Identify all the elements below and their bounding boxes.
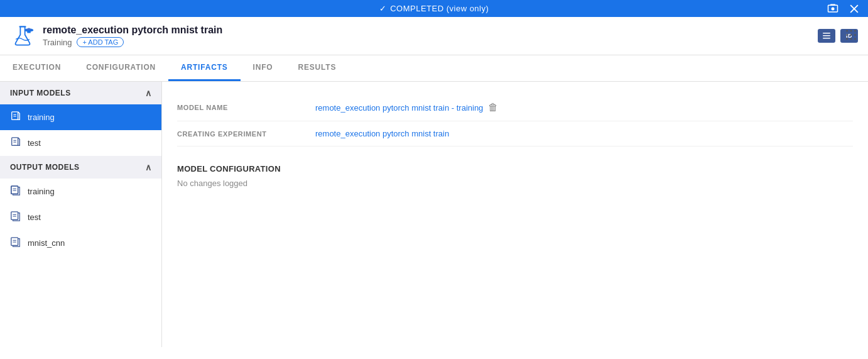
creating-experiment-link[interactable]: remote_execution pytorch mnist train — [315, 129, 449, 138]
svg-rect-7 — [27, 30, 30, 33]
input-models-section-header[interactable]: INPUT MODELS ∧ — [0, 82, 161, 104]
check-icon: ✓ — [379, 4, 387, 13]
svg-rect-10 — [823, 35, 830, 36]
no-changes-text: No changes logged — [177, 179, 853, 188]
tab-info[interactable]: INFO — [241, 55, 286, 81]
svg-point-16 — [850, 34, 852, 36]
svg-rect-1 — [830, 4, 835, 5]
header-title-area: remote_execution pytorch mnist train Tra… — [43, 25, 810, 47]
tab-configuration[interactable]: CONFIGURATION — [73, 55, 168, 81]
logo-icon — [10, 23, 35, 48]
top-right-icons — [827, 3, 860, 15]
model-name-value: remote_execution pytorch mnist train - t… — [315, 102, 498, 113]
output-models-section-header[interactable]: OUTPUT MODELS ∧ — [0, 156, 161, 179]
svg-rect-9 — [823, 33, 830, 34]
svg-point-20 — [854, 38, 856, 40]
model-name-delete-icon[interactable]: 🗑 — [488, 102, 498, 113]
hamburger-menu-button[interactable] — [844, 28, 858, 44]
model-name-field-row: MODEL NAME remote_execution pytorch mnis… — [177, 94, 853, 121]
output-mnist-cnn-label: mnist_cnn — [28, 238, 65, 248]
app-logo — [10, 23, 35, 48]
svg-rect-11 — [823, 38, 830, 39]
input-test-icon — [10, 136, 21, 150]
input-test-label: test — [28, 138, 41, 148]
list-icon-button[interactable] — [818, 29, 835, 43]
svg-point-17 — [854, 34, 856, 36]
sidebar: INPUT MODELS ∧ training — [0, 82, 162, 347]
svg-point-18 — [846, 38, 848, 40]
model-name-label: MODEL NAME — [177, 104, 315, 111]
sidebar-item-output-training[interactable]: training — [0, 179, 161, 204]
svg-point-13 — [850, 30, 852, 32]
add-tag-button[interactable]: + ADD TAG — [77, 37, 124, 47]
header-subtitle: Training + ADD TAG — [43, 37, 810, 47]
model-name-link[interactable]: remote_execution pytorch mnist train - t… — [315, 103, 483, 113]
sidebar-item-output-mnist-cnn[interactable]: mnist_cnn — [0, 230, 161, 256]
model-configuration-section: MODEL CONFIGURATION No changes logged — [177, 164, 853, 188]
creating-experiment-value: remote_execution pytorch mnist train — [315, 129, 449, 138]
input-models-chevron: ∧ — [145, 88, 152, 98]
creating-experiment-label: CREATING EXPERIMENT — [177, 130, 315, 138]
tab-results[interactable]: RESULTS — [285, 55, 349, 81]
tab-artifacts[interactable]: ARTIFACTS — [168, 55, 241, 81]
output-mnist-cnn-icon — [10, 236, 21, 250]
main-layout: INPUT MODELS ∧ training — [0, 82, 868, 347]
svg-point-19 — [850, 38, 852, 40]
header: remote_execution pytorch mnist train Tra… — [0, 17, 868, 55]
close-icon[interactable] — [848, 3, 860, 15]
svg-rect-28 — [11, 186, 18, 194]
output-models-label: OUTPUT MODELS — [10, 163, 80, 172]
svg-point-12 — [846, 30, 848, 32]
svg-rect-27 — [11, 186, 18, 194]
sidebar-item-input-test[interactable]: test — [0, 130, 161, 156]
experiment-title: remote_execution pytorch mnist train — [43, 25, 810, 36]
output-training-icon — [10, 185, 21, 198]
output-test-icon — [10, 211, 21, 224]
screenshot-icon[interactable] — [827, 3, 839, 15]
svg-rect-24 — [12, 138, 18, 146]
sidebar-item-input-training[interactable]: training — [0, 104, 161, 130]
input-training-label: training — [28, 113, 55, 122]
input-training-icon — [10, 111, 21, 124]
tab-bar: EXECUTION CONFIGURATION ARTIFACTS INFO R… — [0, 55, 868, 82]
svg-point-2 — [832, 7, 835, 10]
status-bar: ✓ COMPLETED (view only) — [0, 0, 868, 17]
svg-point-15 — [846, 34, 848, 36]
svg-point-14 — [854, 30, 856, 32]
content-area: MODEL NAME remote_execution pytorch mnis… — [162, 82, 868, 347]
model-configuration-title: MODEL CONFIGURATION — [177, 164, 853, 174]
experiment-type: Training — [43, 38, 72, 47]
svg-rect-34 — [11, 238, 18, 246]
creating-experiment-field-row: CREATING EXPERIMENT remote_execution pyt… — [177, 121, 853, 146]
svg-rect-21 — [12, 112, 18, 120]
tab-execution[interactable]: EXECUTION — [0, 55, 73, 81]
output-models-chevron: ∧ — [145, 162, 152, 172]
sidebar-item-output-test[interactable]: test — [0, 204, 161, 230]
output-training-label: training — [28, 187, 55, 196]
status-text: COMPLETED (view only) — [390, 4, 489, 13]
output-test-label: test — [28, 213, 41, 222]
input-models-label: INPUT MODELS — [10, 89, 71, 97]
svg-rect-31 — [11, 212, 18, 220]
